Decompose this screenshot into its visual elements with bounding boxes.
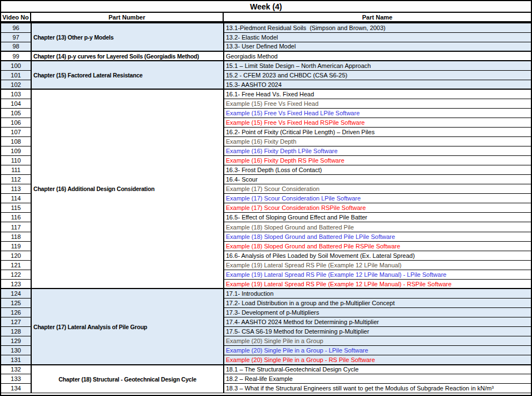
part-name-cell: 13.3- User Defined Model: [224, 42, 531, 51]
video-no-cell: 124: [1, 289, 31, 298]
video-no-cell: 130: [1, 346, 31, 355]
part-name-cell: 16.4- Scour: [224, 175, 531, 184]
column-header-part-number: Part Number: [31, 13, 224, 21]
part-name-cell: Example (18) Sloped Ground and Battered …: [224, 241, 531, 251]
part-name-cell: Example (20) Single Pile in a Group - LP…: [224, 346, 531, 355]
part-name-cell: Georgiadis Method: [224, 51, 531, 61]
video-no-cell: 116: [1, 213, 31, 222]
part-name-cell: 15.3- AASHTO 2024: [224, 80, 531, 89]
part-name-cell: Example (17) Scour Consideration LPile S…: [224, 194, 531, 203]
video-no-cell: 96: [1, 23, 31, 32]
part-name-cell: Example (15) Free Vs Fixed Head RSPile S…: [224, 118, 531, 127]
column-header-video-no: Video No: [1, 13, 31, 21]
video-no-cell: 113: [1, 184, 31, 194]
table-body: 96Chapter (13) Other p-y Models13.1-Pied…: [1, 23, 531, 393]
video-no-cell: 120: [1, 251, 31, 260]
video-schedule-table: 96Chapter (13) Other p-y Models13.1-Pied…: [1, 22, 531, 393]
table-row: 103Chapter (16) Additional Design Consid…: [1, 89, 531, 99]
part-name-cell: 17.2- Load Distribution in a group and t…: [224, 298, 531, 307]
video-no-cell: 125: [1, 298, 31, 307]
video-no-cell: 112: [1, 175, 31, 184]
video-no-cell: 109: [1, 146, 31, 156]
chapter-cell: Chapter (16) Additional Design Considera…: [31, 89, 224, 289]
video-no-cell: 119: [1, 241, 31, 251]
part-name-cell: 18.2 – Real-life Example: [224, 374, 531, 384]
video-no-cell: 99: [1, 51, 31, 61]
video-no-cell: 98: [1, 42, 31, 51]
part-name-cell: Example (16) Fixity Depth: [224, 137, 531, 146]
part-name-cell: Example (18) Sloped Ground and Battered …: [224, 222, 531, 232]
video-no-cell: 128: [1, 327, 31, 336]
part-name-cell: Example (19) Lateral Spread RS Pile (Exa…: [224, 260, 531, 270]
part-name-cell: 16.6- Analysis of Piles Loaded by Soil M…: [224, 251, 531, 260]
part-name-cell: 17.5- CSA S6-19 Method for Determining p…: [224, 327, 531, 336]
part-name-cell: Example (20) Single Pile in a Group: [224, 336, 531, 346]
video-no-cell: 97: [1, 32, 31, 42]
part-name-cell: Example (15) Free Vs Fixed Head LPile So…: [224, 108, 531, 118]
table-row: 100Chapter (15) Factored Lateral Resista…: [1, 61, 531, 70]
video-no-cell: 101: [1, 70, 31, 80]
video-no-cell: 131: [1, 355, 31, 365]
part-name-cell: 13.2- Elastic Model: [224, 32, 531, 42]
part-name-cell: 18.1 – The Structural-Geotechnical Desig…: [224, 365, 531, 374]
sheet-title: Week (4): [1, 1, 531, 13]
part-name-cell: Example (16) Fixity Depth RS Pile Softwa…: [224, 156, 531, 165]
video-no-cell: 123: [1, 279, 31, 289]
video-no-cell: 108: [1, 137, 31, 146]
chapter-cell: Chapter (18) Structural - Geotechnical D…: [31, 365, 224, 393]
part-name-cell: 16.3- Frost Depth (Loss of Contact): [224, 165, 531, 175]
table-row: 132Chapter (18) Structural - Geotechnica…: [1, 365, 531, 374]
video-no-cell: 127: [1, 317, 31, 326]
video-no-cell: 111: [1, 165, 31, 175]
video-no-cell: 100: [1, 61, 31, 70]
part-name-cell: 16.5- Effect of Sloping Ground Effect an…: [224, 213, 531, 222]
part-name-cell: Example (17) Scour Consideration: [224, 184, 531, 194]
video-no-cell: 132: [1, 365, 31, 374]
table-row: 124Chapter (17) Lateral Analysis of Pile…: [1, 289, 531, 298]
chapter-cell: Chapter (17) Lateral Analysis of Pile Gr…: [31, 289, 224, 364]
video-no-cell: 133: [1, 374, 31, 384]
part-name-cell: 16.2- Point of Fixity (Critical Pile Len…: [224, 128, 531, 137]
chapter-cell: Chapter (15) Factored Lateral Resistance: [31, 61, 224, 89]
video-no-cell: 121: [1, 260, 31, 270]
worksheet: Week (4) Video No Part Number Part Name …: [0, 0, 532, 396]
part-name-cell: Example (16) Fixity Depth LPile Software: [224, 146, 531, 156]
part-name-cell: 17.3- Development of p-Multipliers: [224, 307, 531, 317]
video-no-cell: 107: [1, 128, 31, 137]
part-name-cell: 17.1- Introduction: [224, 289, 531, 298]
video-no-cell: 117: [1, 222, 31, 232]
part-name-cell: Example (15) Free Vs Fixed Head: [224, 99, 531, 108]
video-no-cell: 129: [1, 336, 31, 346]
video-no-cell: 102: [1, 80, 31, 89]
video-no-cell: 114: [1, 194, 31, 203]
video-no-cell: 105: [1, 108, 31, 118]
part-name-cell: Example (18) Sloped Ground and Battered …: [224, 232, 531, 241]
part-name-cell: 18.3 – What if the Structural Engineers …: [224, 384, 531, 393]
video-no-cell: 106: [1, 118, 31, 127]
part-name-cell: 17.4- AASHTO 2024 Method for Determining…: [224, 317, 531, 326]
part-name-cell: Example (20) Single Pile in a Group - RS…: [224, 355, 531, 365]
part-name-cell: Example (17) Scour Consideration RSPile …: [224, 203, 531, 213]
part-name-cell: Example (19) Lateral Spread RS Pile (Exa…: [224, 279, 531, 289]
part-name-cell: 13.1-Piedmont Residual Soils (Simpson an…: [224, 23, 531, 32]
chapter-cell: Chapter (14) p-y curves for Layered Soil…: [31, 51, 224, 61]
video-no-cell: 118: [1, 232, 31, 241]
part-name-cell: 16.1- Free Head Vs. Fixed Head: [224, 89, 531, 99]
chapter-cell: Chapter (13) Other p-y Models: [31, 23, 224, 51]
part-name-cell: Example (19) Lateral Spread RS Pile (Exa…: [224, 270, 531, 279]
video-no-cell: 126: [1, 307, 31, 317]
table-row: 96Chapter (13) Other p-y Models13.1-Pied…: [1, 23, 531, 32]
table-header: Video No Part Number Part Name: [1, 13, 531, 22]
video-no-cell: 134: [1, 384, 31, 393]
part-name-cell: 15.1 – Limit State Design – North Americ…: [224, 61, 531, 70]
video-no-cell: 122: [1, 270, 31, 279]
video-no-cell: 104: [1, 99, 31, 108]
part-name-cell: 15.2 - CFEM 2023 and CHBDC (CSA S6-25): [224, 70, 531, 80]
video-no-cell: 115: [1, 203, 31, 213]
video-no-cell: 103: [1, 89, 31, 99]
video-no-cell: 110: [1, 156, 31, 165]
table-row: 99Chapter (14) p-y curves for Layered So…: [1, 51, 531, 61]
column-header-part-name: Part Name: [224, 13, 531, 21]
